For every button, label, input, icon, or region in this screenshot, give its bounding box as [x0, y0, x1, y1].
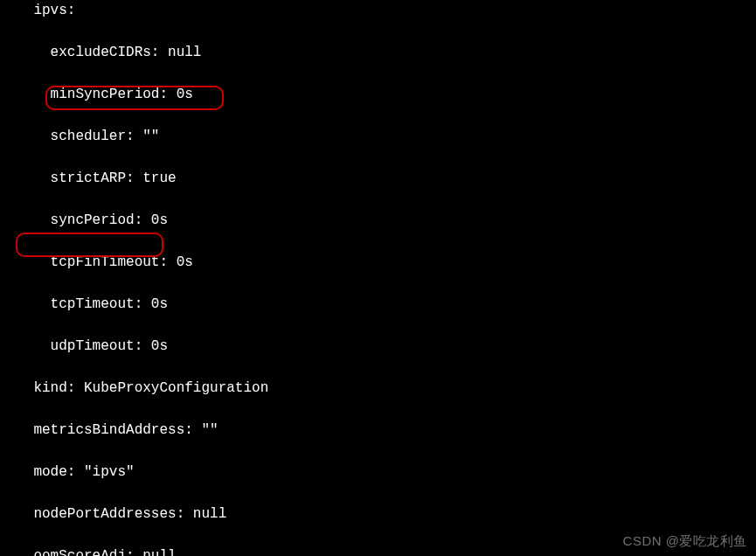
- yaml-config-block: ipvs: excludeCIDRs: null minSyncPeriod: …: [0, 0, 756, 556]
- config-line: syncPeriod: 0s: [0, 210, 756, 231]
- config-line: scheduler: "": [0, 126, 756, 147]
- config-line: tcpTimeout: 0s: [0, 294, 756, 315]
- config-line: nodePortAddresses: null: [0, 504, 756, 525]
- config-line: excludeCIDRs: null: [0, 42, 756, 63]
- config-line: udpTimeout: 0s: [0, 336, 756, 357]
- config-line: ipvs:: [0, 0, 756, 21]
- config-line-strictarp: strictARP: true: [0, 168, 756, 189]
- config-line: metricsBindAddress: "": [0, 420, 756, 441]
- config-line: kind: KubeProxyConfiguration: [0, 378, 756, 399]
- config-line: minSyncPeriod: 0s: [0, 84, 756, 105]
- watermark-text: CSDN @爱吃龙利鱼: [623, 532, 747, 552]
- config-line-mode: mode: "ipvs": [0, 462, 756, 483]
- config-line: tcpFinTimeout: 0s: [0, 252, 756, 273]
